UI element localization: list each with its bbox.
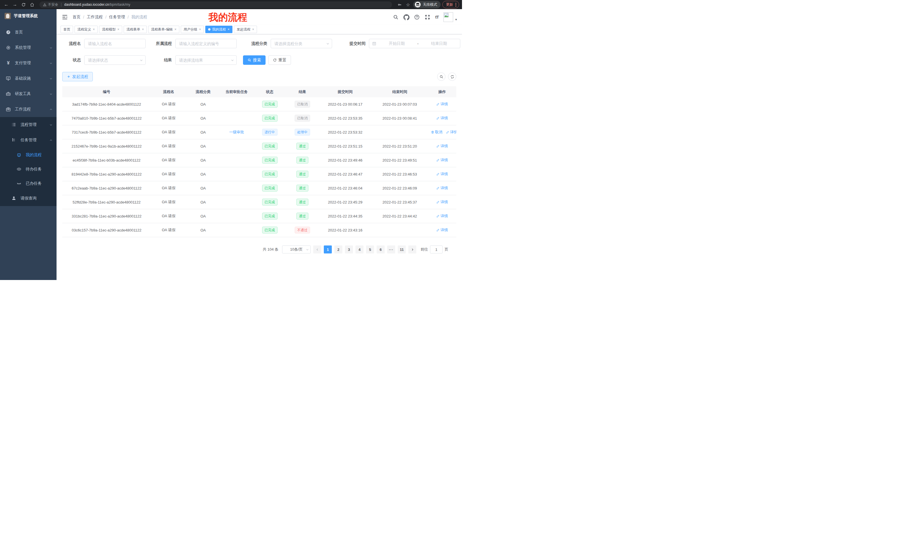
sidebar-item-system[interactable]: 系统管理 <box>0 40 57 55</box>
incognito-badge: 无痕模式 <box>413 1 441 8</box>
sidebar-item-task-mgmt[interactable]: 任务管理 <box>0 132 57 148</box>
sidebar-item-pay[interactable]: ¥ 支付管理 <box>0 55 57 71</box>
home-icon[interactable] <box>28 1 35 8</box>
star-icon[interactable]: ☆ <box>405 1 411 8</box>
action-detail-link[interactable]: 详情 <box>436 172 448 177</box>
parent-process-input[interactable] <box>176 39 237 48</box>
cell-process-name: OA 请假 <box>151 172 186 177</box>
close-icon[interactable]: × <box>142 28 144 31</box>
github-icon[interactable] <box>404 14 409 20</box>
tab-item[interactable]: 我的流程× <box>205 26 232 33</box>
caret-down-icon[interactable]: ▾ <box>455 18 457 21</box>
goto-page-input[interactable] <box>430 246 442 253</box>
page-button[interactable]: 5 <box>366 246 374 253</box>
action-detail-link[interactable]: 详情 <box>436 157 448 163</box>
status-select[interactable] <box>84 55 146 65</box>
close-icon[interactable]: × <box>252 28 254 31</box>
cell-end-time: 2022-01-22 23:46:09 <box>372 186 428 190</box>
next-page-button[interactable] <box>408 246 416 253</box>
cell-category: OA <box>186 102 220 106</box>
sidebar-item-process-mgmt[interactable]: 流程管理 <box>0 117 57 132</box>
url-text[interactable]: dashboard.yudao.iocoder.cn/bpm/task/my <box>64 3 130 7</box>
reset-button[interactable]: 重置 <box>268 55 291 65</box>
action-detail-link[interactable]: 详情 <box>446 130 456 135</box>
hamburger-icon[interactable] <box>62 14 68 20</box>
sidebar-item-todo-task[interactable]: 待办任务 <box>0 162 57 177</box>
page-button[interactable]: 6 <box>376 246 385 253</box>
page-button[interactable]: 4 <box>356 246 363 253</box>
tab-item[interactable]: 发起流程× <box>234 26 257 33</box>
tab-item[interactable]: 首页 <box>60 26 73 33</box>
page-size-select[interactable] <box>282 246 310 253</box>
close-icon[interactable]: × <box>117 28 119 31</box>
action-label: 详情 <box>441 199 448 205</box>
address-bar[interactable]: 不安全 dashboard.yudao.iocoder.cn/bpm/task/… <box>39 1 392 8</box>
chevron-down-icon <box>50 123 52 126</box>
sidebar-item-workflow[interactable]: 工作流程 <box>0 102 57 117</box>
breadcrumb-item[interactable]: 任务管理 <box>109 15 125 20</box>
action-detail-link[interactable]: 详情 <box>436 214 448 219</box>
table-row: 2152467e-7b9b-11ec-9a1b-acde48001122OA 请… <box>62 139 456 153</box>
browser-menu-icon[interactable] <box>455 3 456 7</box>
security-indicator[interactable]: 不安全 <box>43 2 58 7</box>
tab-item[interactable]: 流程表单-编辑× <box>148 26 179 33</box>
action-detail-link[interactable]: 详情 <box>436 199 448 205</box>
avatar[interactable] <box>444 12 453 22</box>
breadcrumb-item[interactable]: 工作流程 <box>87 15 103 20</box>
create-process-button[interactable]: 发起流程 <box>62 72 93 81</box>
breadcrumb-separator: / <box>83 15 84 19</box>
forward-icon[interactable]: → <box>11 1 18 8</box>
sidebar-item-home[interactable]: 首页 <box>0 24 57 40</box>
cell-submit-time: 2022-01-22 23:49:46 <box>319 158 372 162</box>
sidebar-item-leave-query[interactable]: 请假查询 <box>0 191 57 206</box>
tab-item[interactable]: 流程表单× <box>124 26 147 33</box>
search-icon[interactable] <box>393 14 399 20</box>
search-button[interactable]: 搜索 <box>243 55 266 65</box>
cell-id: 331bc281-7b9a-11ec-a290-acde48001122 <box>62 214 151 219</box>
result-select[interactable] <box>176 55 237 65</box>
action-cancel-link[interactable]: 取消 <box>431 130 442 135</box>
close-icon[interactable]: × <box>228 28 230 31</box>
tab-item[interactable]: 用户分组× <box>181 26 204 33</box>
reload-icon[interactable] <box>20 1 27 8</box>
fullscreen-icon[interactable] <box>424 14 430 20</box>
back-icon[interactable]: ← <box>3 1 10 8</box>
current-task-link[interactable]: 一级审批 <box>229 130 244 134</box>
submit-time-range-input[interactable]: 开始日期 - 结束日期 <box>369 39 460 48</box>
action-detail-link[interactable]: 详情 <box>436 228 448 233</box>
more-pages-icon[interactable]: ··· <box>387 246 395 253</box>
close-icon[interactable]: × <box>93 28 95 31</box>
process-name-input[interactable] <box>84 39 146 48</box>
sidebar-item-infra[interactable]: 基础设施 <box>0 71 57 86</box>
close-icon[interactable]: × <box>174 28 177 31</box>
show-search-button[interactable] <box>437 72 446 81</box>
close-icon[interactable]: × <box>199 28 201 31</box>
key-icon[interactable] <box>396 1 403 8</box>
tab-item[interactable]: 流程定义× <box>75 26 98 33</box>
refresh-table-button[interactable] <box>448 72 456 81</box>
cell-end-time: 2022-01-23 00:07:03 <box>372 102 428 106</box>
help-icon[interactable] <box>414 14 420 20</box>
page-button[interactable]: 1 <box>324 246 332 253</box>
action-detail-link[interactable]: 详情 <box>436 144 448 149</box>
breadcrumb-item[interactable]: 首页 <box>72 15 81 20</box>
prev-page-button[interactable] <box>313 246 321 253</box>
chevron-up-icon <box>50 139 52 142</box>
action-detail-link[interactable]: 详情 <box>436 102 448 107</box>
update-button[interactable]: 更新 <box>442 1 459 8</box>
app-logo-row[interactable]: 芋道管理系统 <box>0 9 57 23</box>
cell-category: OA <box>186 186 220 190</box>
tab-item[interactable]: 流程模型× <box>99 26 122 33</box>
page-button[interactable]: 2 <box>334 246 342 253</box>
action-label: 详情 <box>441 228 448 233</box>
action-label: 详情 <box>441 186 448 191</box>
page-button[interactable]: 11 <box>398 246 406 253</box>
page-button[interactable]: 3 <box>345 246 353 253</box>
sidebar-item-my-process[interactable]: 我的流程 <box>0 148 57 162</box>
sidebar-item-dev[interactable]: 研发工具 <box>0 86 57 102</box>
action-detail-link[interactable]: 详情 <box>436 115 448 121</box>
font-size-icon[interactable]: tT <box>435 15 439 19</box>
action-detail-link[interactable]: 详情 <box>436 186 448 191</box>
category-select[interactable] <box>271 39 332 48</box>
sidebar-item-done-task[interactable]: 已办任务 <box>0 177 57 191</box>
